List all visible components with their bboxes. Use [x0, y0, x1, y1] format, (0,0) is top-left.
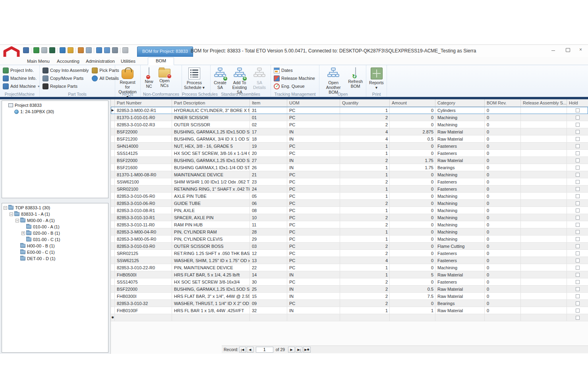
column-header-item[interactable]: Item	[250, 99, 287, 106]
cell-part-number[interactable]: 82853-3-M00-02-R1	[115, 107, 172, 114]
cell-bom-rev[interactable]: 0	[485, 214, 521, 221]
tab-bom[interactable]: BOM	[148, 57, 174, 65]
hold-checkbox[interactable]	[576, 216, 580, 220]
cell-item[interactable]: 03	[250, 243, 287, 249]
cell-part-number[interactable]: BSF22000	[115, 286, 172, 292]
row-selector[interactable]	[111, 178, 115, 185]
cell-amount[interactable]: 1	[390, 307, 435, 314]
cell-amount[interactable]	[390, 314, 435, 321]
table-row[interactable]: 81370-1-010-01-R0INNER SCISSOR01PC20Mach…	[111, 114, 588, 121]
cell-quantity[interactable]: 1	[340, 164, 390, 171]
cell-quantity[interactable]: 1	[340, 143, 390, 149]
new-nc-button[interactable]: New NC	[142, 66, 156, 91]
cell-category[interactable]: Fasteners	[435, 178, 485, 185]
cell-amount[interactable]: 1.75	[390, 164, 435, 171]
cell-amount[interactable]: 0	[390, 221, 435, 228]
cell-quantity[interactable]: 4	[340, 257, 390, 264]
hold-checkbox[interactable]	[576, 151, 580, 155]
cell-uom[interactable]: PC	[287, 300, 340, 307]
cell-release-assembly[interactable]	[521, 286, 567, 292]
hold-checkbox[interactable]	[576, 194, 580, 198]
cell-amount[interactable]: 0	[390, 178, 435, 185]
cell-uom[interactable]: PC	[287, 200, 340, 207]
cell-quantity[interactable]: 1	[340, 107, 390, 114]
cell-amount[interactable]: 0	[390, 243, 435, 249]
cell-item[interactable]: 10	[250, 214, 287, 221]
cell-quantity[interactable]: 1	[340, 264, 390, 271]
cell-category[interactable]: Raw Material	[435, 271, 485, 278]
cell-bom-rev[interactable]: 0	[485, 278, 521, 285]
copy-move-parts-button[interactable]: Copy/Move Parts	[41, 74, 90, 82]
cell-item[interactable]: 31	[250, 107, 287, 114]
cell-category[interactable]: Fasteners	[435, 185, 485, 192]
cell-quantity[interactable]: 2	[340, 286, 390, 292]
hold-checkbox[interactable]	[576, 130, 580, 134]
cell-bom-rev[interactable]	[485, 314, 521, 321]
cell-part-description[interactable]: HRS FL BAR 1 x 1/8, 44W .425#/FT	[172, 307, 250, 314]
cell-quantity[interactable]: 1	[340, 193, 390, 199]
cell-part-description[interactable]: BUSHING, GARMAX,1.25 IDx1.5OD STOC...	[172, 128, 250, 135]
cell-bom-rev[interactable]: 0	[485, 257, 521, 264]
table-row[interactable]: 82853-3-010-22-R0PIN, MAINTENANCE DEVICE…	[111, 264, 588, 271]
hold-checkbox[interactable]	[576, 273, 580, 277]
cell-release-assembly[interactable]	[521, 250, 567, 257]
calendar-icon[interactable]	[96, 47, 102, 53]
last-record-button[interactable]: ▶|	[296, 347, 302, 353]
tab-administration[interactable]: Administration	[83, 58, 117, 64]
cell-item[interactable]: 21	[250, 171, 287, 178]
cell-category[interactable]: Raw Material	[435, 128, 485, 135]
table-row[interactable]: BSF22000BUSHING, GARMAX,1.25 IDx1.5OD ST…	[111, 128, 588, 135]
cell-quantity[interactable]: 2	[340, 221, 390, 228]
cell-bom-rev[interactable]: 0	[485, 150, 521, 156]
cell-release-assembly[interactable]	[521, 264, 567, 271]
address-book-icon[interactable]	[33, 47, 39, 53]
cell-quantity[interactable]: 2	[340, 293, 390, 299]
cell-item[interactable]: 32	[250, 307, 287, 314]
cell-bom-rev[interactable]: 0	[485, 207, 521, 214]
tree-item[interactable]: 031-00 - C (1)	[2, 236, 108, 243]
hold-checkbox[interactable]	[576, 266, 580, 270]
row-selector[interactable]: ✱	[111, 314, 115, 321]
cell-part-number[interactable]: 82853-3-010-03-R0	[115, 243, 172, 249]
cell-category[interactable]: Cylinders	[435, 107, 485, 114]
cell-part-description[interactable]: RAM PIN HUB	[172, 221, 250, 228]
cell-part-description[interactable]: GUIDE TUBE	[172, 200, 250, 207]
cell-part-number[interactable]: 81370-1-010-01-R0	[115, 114, 172, 121]
hold-checkbox[interactable]	[576, 309, 580, 313]
cell-amount[interactable]: 0.5	[390, 286, 435, 292]
cell-category[interactable]: Fasteners	[435, 257, 485, 264]
cell-quantity[interactable]: 2	[340, 300, 390, 307]
cell-item[interactable]: 09	[250, 300, 287, 307]
row-selector[interactable]	[111, 271, 115, 278]
cell-part-number[interactable]: SSW62125	[115, 257, 172, 264]
cell-part-number[interactable]: 82853-3-010-22-R0	[115, 264, 172, 271]
cell-category[interactable]: Fasteners	[435, 278, 485, 285]
cell-quantity[interactable]: 1	[340, 171, 390, 178]
cell-release-assembly[interactable]	[521, 228, 567, 235]
hold-checkbox[interactable]	[576, 201, 580, 205]
cell-bom-rev[interactable]: 0	[485, 228, 521, 235]
cell-part-number[interactable]: SRR02125	[115, 250, 172, 257]
cell-item[interactable]: 25	[250, 286, 287, 292]
cell-uom[interactable]: IN	[287, 128, 340, 135]
cell-uom[interactable]: IN	[287, 135, 340, 142]
row-selector[interactable]	[111, 286, 115, 292]
tab-main-menu[interactable]: Main Menu	[25, 58, 52, 64]
cell-release-assembly[interactable]	[521, 300, 567, 307]
cell-part-number[interactable]: 81370-1-M00-08-R0	[115, 171, 172, 178]
cell-uom[interactable]: PC	[287, 257, 340, 264]
cell-release-assembly[interactable]	[521, 221, 567, 228]
globe-icon[interactable]	[49, 47, 55, 53]
cell-item[interactable]: 01	[250, 114, 287, 121]
table-row[interactable]: SSS14075HX SOC SET SCREW 3/8-16x3/430PC2…	[111, 278, 588, 286]
cell-item[interactable]: 26	[250, 164, 287, 171]
cell-quantity[interactable]: 2	[340, 214, 390, 221]
cell-release-assembly[interactable]	[521, 236, 567, 242]
cell-uom[interactable]: PC	[287, 114, 340, 121]
cell-part-description[interactable]: PIN, CYLINDER RAM	[172, 228, 250, 235]
cell-quantity[interactable]	[340, 314, 390, 321]
row-selector[interactable]	[111, 207, 115, 214]
cell-part-description[interactable]: WASHER, THRUST, 1 1/4" ID X 2" OD X 1...	[172, 300, 250, 307]
cell-uom[interactable]: PC	[287, 150, 340, 156]
cell-amount[interactable]: 0	[390, 257, 435, 264]
